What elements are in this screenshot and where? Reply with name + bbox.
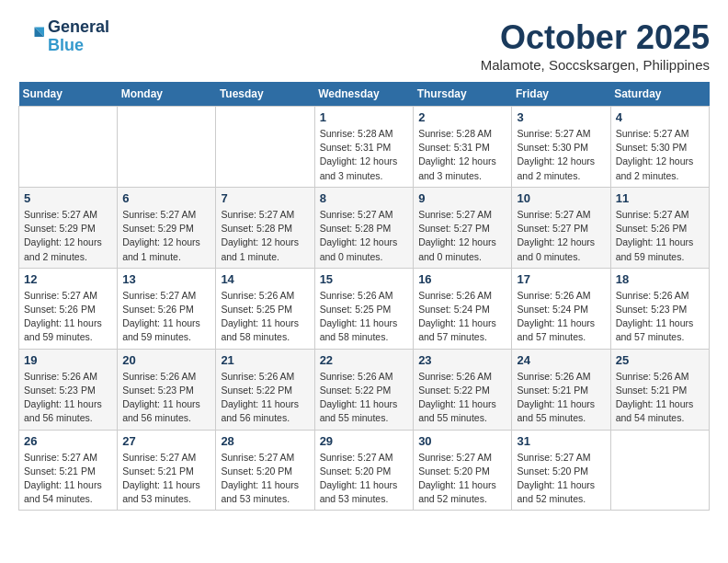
day-number: 27 <box>122 434 210 448</box>
calendar-cell: 21Sunrise: 5:26 AM Sunset: 5:22 PM Dayli… <box>216 349 314 430</box>
day-number: 7 <box>221 191 309 205</box>
calendar-cell: 28Sunrise: 5:27 AM Sunset: 5:20 PM Dayli… <box>216 430 314 511</box>
day-info: Sunrise: 5:26 AM Sunset: 5:21 PM Dayligh… <box>517 370 605 426</box>
calendar-cell: 25Sunrise: 5:26 AM Sunset: 5:21 PM Dayli… <box>610 349 709 430</box>
weekday-header-cell: Monday <box>118 82 216 107</box>
day-number: 4 <box>616 110 704 124</box>
weekday-header-cell: Saturday <box>610 82 709 107</box>
day-info: Sunrise: 5:26 AM Sunset: 5:21 PM Dayligh… <box>616 370 704 426</box>
day-info: Sunrise: 5:26 AM Sunset: 5:25 PM Dayligh… <box>221 289 309 345</box>
day-info: Sunrise: 5:28 AM Sunset: 5:31 PM Dayligh… <box>320 127 409 183</box>
day-info: Sunrise: 5:27 AM Sunset: 5:26 PM Dayligh… <box>122 289 210 345</box>
day-number: 12 <box>24 272 112 286</box>
calendar-cell: 8Sunrise: 5:27 AM Sunset: 5:28 PM Daylig… <box>314 187 414 268</box>
calendar-cell <box>216 107 314 188</box>
day-number: 22 <box>320 353 409 367</box>
calendar-cell: 16Sunrise: 5:26 AM Sunset: 5:24 PM Dayli… <box>414 268 512 349</box>
logo: General Blue <box>18 18 109 55</box>
calendar-cell <box>610 430 709 511</box>
day-info: Sunrise: 5:27 AM Sunset: 5:30 PM Dayligh… <box>517 127 605 183</box>
day-info: Sunrise: 5:26 AM Sunset: 5:24 PM Dayligh… <box>517 289 605 345</box>
day-number: 5 <box>24 191 112 205</box>
day-number: 18 <box>616 272 704 286</box>
day-number: 8 <box>320 191 409 205</box>
day-info: Sunrise: 5:27 AM Sunset: 5:28 PM Dayligh… <box>320 208 409 264</box>
calendar-cell: 20Sunrise: 5:26 AM Sunset: 5:23 PM Dayli… <box>118 349 216 430</box>
day-info: Sunrise: 5:27 AM Sunset: 5:28 PM Dayligh… <box>221 208 309 264</box>
day-info: Sunrise: 5:27 AM Sunset: 5:27 PM Dayligh… <box>517 208 605 264</box>
day-info: Sunrise: 5:27 AM Sunset: 5:27 PM Dayligh… <box>418 208 506 264</box>
day-number: 20 <box>122 353 210 367</box>
day-info: Sunrise: 5:27 AM Sunset: 5:21 PM Dayligh… <box>122 451 210 507</box>
day-info: Sunrise: 5:27 AM Sunset: 5:20 PM Dayligh… <box>320 451 409 507</box>
day-number: 19 <box>24 353 112 367</box>
day-number: 14 <box>221 272 309 286</box>
title-block: October 2025 Malamote, Soccsksargen, Phi… <box>481 18 710 73</box>
logo-text: General Blue <box>48 18 109 55</box>
calendar-cell: 19Sunrise: 5:26 AM Sunset: 5:23 PM Dayli… <box>19 349 118 430</box>
day-number: 31 <box>517 434 605 448</box>
weekday-header-row: SundayMondayTuesdayWednesdayThursdayFrid… <box>19 82 710 107</box>
day-number: 9 <box>418 191 506 205</box>
calendar-cell: 4Sunrise: 5:27 AM Sunset: 5:30 PM Daylig… <box>610 107 709 188</box>
day-info: Sunrise: 5:26 AM Sunset: 5:25 PM Dayligh… <box>320 289 409 345</box>
day-number: 26 <box>24 434 112 448</box>
day-number: 25 <box>616 353 704 367</box>
calendar-cell: 1Sunrise: 5:28 AM Sunset: 5:31 PM Daylig… <box>314 107 414 188</box>
day-info: Sunrise: 5:26 AM Sunset: 5:22 PM Dayligh… <box>221 370 309 426</box>
calendar-cell: 24Sunrise: 5:26 AM Sunset: 5:21 PM Dayli… <box>512 349 610 430</box>
calendar-cell: 11Sunrise: 5:27 AM Sunset: 5:26 PM Dayli… <box>610 187 709 268</box>
calendar-cell: 13Sunrise: 5:27 AM Sunset: 5:26 PM Dayli… <box>118 268 216 349</box>
calendar-week-row: 5Sunrise: 5:27 AM Sunset: 5:29 PM Daylig… <box>19 187 710 268</box>
day-number: 6 <box>122 191 210 205</box>
calendar-week-row: 1Sunrise: 5:28 AM Sunset: 5:31 PM Daylig… <box>19 107 710 188</box>
day-info: Sunrise: 5:27 AM Sunset: 5:21 PM Dayligh… <box>24 451 112 507</box>
calendar-cell: 6Sunrise: 5:27 AM Sunset: 5:29 PM Daylig… <box>118 187 216 268</box>
day-number: 29 <box>320 434 409 448</box>
calendar-cell: 31Sunrise: 5:27 AM Sunset: 5:20 PM Dayli… <box>512 430 610 511</box>
day-number: 28 <box>221 434 309 448</box>
day-number: 16 <box>418 272 506 286</box>
calendar-cell: 7Sunrise: 5:27 AM Sunset: 5:28 PM Daylig… <box>216 187 314 268</box>
day-number: 23 <box>418 353 506 367</box>
calendar-cell: 29Sunrise: 5:27 AM Sunset: 5:20 PM Dayli… <box>314 430 414 511</box>
calendar-cell: 26Sunrise: 5:27 AM Sunset: 5:21 PM Dayli… <box>19 430 118 511</box>
calendar-cell: 23Sunrise: 5:26 AM Sunset: 5:22 PM Dayli… <box>414 349 512 430</box>
calendar-cell: 17Sunrise: 5:26 AM Sunset: 5:24 PM Dayli… <box>512 268 610 349</box>
day-info: Sunrise: 5:27 AM Sunset: 5:20 PM Dayligh… <box>221 451 309 507</box>
location-subtitle: Malamote, Soccsksargen, Philippines <box>481 57 710 73</box>
logo-icon <box>18 24 44 50</box>
day-info: Sunrise: 5:26 AM Sunset: 5:23 PM Dayligh… <box>24 370 112 426</box>
calendar-cell: 12Sunrise: 5:27 AM Sunset: 5:26 PM Dayli… <box>19 268 118 349</box>
day-info: Sunrise: 5:27 AM Sunset: 5:26 PM Dayligh… <box>616 208 704 264</box>
day-info: Sunrise: 5:27 AM Sunset: 5:29 PM Dayligh… <box>24 208 112 264</box>
weekday-header-cell: Sunday <box>19 82 118 107</box>
page-header: General Blue October 2025 Malamote, Socc… <box>18 18 710 73</box>
day-number: 30 <box>418 434 506 448</box>
day-number: 11 <box>616 191 704 205</box>
calendar-cell: 30Sunrise: 5:27 AM Sunset: 5:20 PM Dayli… <box>414 430 512 511</box>
calendar-cell <box>19 107 118 188</box>
day-number: 1 <box>320 110 409 124</box>
calendar-table: SundayMondayTuesdayWednesdayThursdayFrid… <box>18 82 710 511</box>
day-info: Sunrise: 5:26 AM Sunset: 5:24 PM Dayligh… <box>418 289 506 345</box>
day-info: Sunrise: 5:26 AM Sunset: 5:22 PM Dayligh… <box>418 370 506 426</box>
day-info: Sunrise: 5:26 AM Sunset: 5:23 PM Dayligh… <box>122 370 210 426</box>
day-number: 21 <box>221 353 309 367</box>
day-number: 15 <box>320 272 409 286</box>
weekday-header-cell: Wednesday <box>314 82 414 107</box>
month-title: October 2025 <box>481 18 710 57</box>
weekday-header-cell: Friday <box>512 82 610 107</box>
day-number: 10 <box>517 191 605 205</box>
calendar-week-row: 26Sunrise: 5:27 AM Sunset: 5:21 PM Dayli… <box>19 430 710 511</box>
calendar-cell: 18Sunrise: 5:26 AM Sunset: 5:23 PM Dayli… <box>610 268 709 349</box>
day-info: Sunrise: 5:27 AM Sunset: 5:20 PM Dayligh… <box>517 451 605 507</box>
calendar-cell: 3Sunrise: 5:27 AM Sunset: 5:30 PM Daylig… <box>512 107 610 188</box>
day-number: 13 <box>122 272 210 286</box>
calendar-week-row: 19Sunrise: 5:26 AM Sunset: 5:23 PM Dayli… <box>19 349 710 430</box>
weekday-header-cell: Thursday <box>414 82 512 107</box>
day-info: Sunrise: 5:27 AM Sunset: 5:20 PM Dayligh… <box>418 451 506 507</box>
calendar-cell <box>118 107 216 188</box>
calendar-cell: 2Sunrise: 5:28 AM Sunset: 5:31 PM Daylig… <box>414 107 512 188</box>
day-info: Sunrise: 5:27 AM Sunset: 5:30 PM Dayligh… <box>616 127 704 183</box>
